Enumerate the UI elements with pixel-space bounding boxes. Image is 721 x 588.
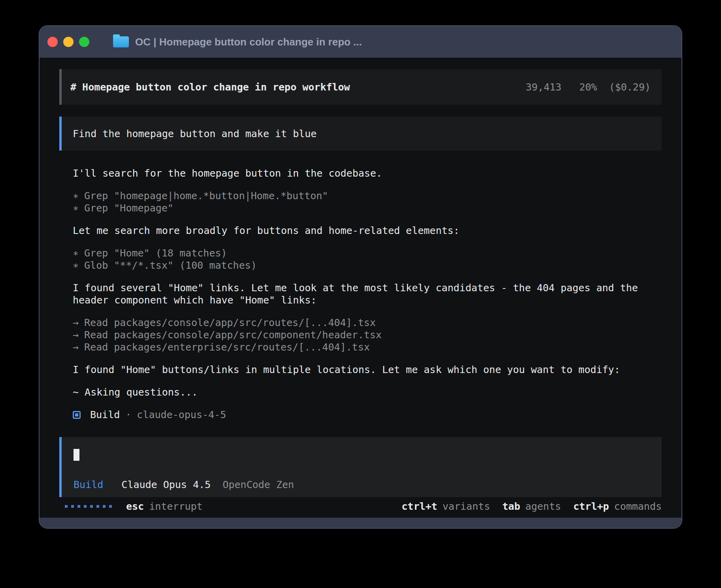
input-meta-bar: Build Claude Opus 4.5 OpenCode Zen bbox=[74, 479, 651, 491]
assistant-paragraph: Let me search more broadly for buttons a… bbox=[73, 224, 650, 237]
session-title: # Homepage button color change in repo w… bbox=[70, 81, 350, 93]
token-count: 39,413 bbox=[526, 81, 561, 93]
session-cost: ($0.29) bbox=[609, 81, 651, 93]
tool-call-read: →Read packages/enterprise/src/routes/[..… bbox=[73, 341, 662, 353]
text-cursor bbox=[74, 449, 79, 461]
agents-hint: tabagents bbox=[502, 501, 561, 512]
tool-call-grep: ∗Grep "homepage|home.*button|Home.*butto… bbox=[73, 190, 662, 202]
tool-call-glob: ∗Glob "**/*.tsx" (100 matches) bbox=[73, 259, 662, 271]
assistant-paragraph: I found "Home" buttons/links in multiple… bbox=[73, 364, 650, 376]
tool-call-read: →Read packages/console/app/src/component… bbox=[73, 329, 662, 341]
tool-call-group: ∗Grep "homepage|home.*button|Home.*butto… bbox=[73, 190, 662, 214]
separator-dot: · bbox=[125, 409, 131, 421]
tool-marker-icon: ∗ bbox=[73, 259, 79, 271]
agent-name: Build bbox=[90, 409, 120, 421]
user-message: Find the homepage button and make it blu… bbox=[59, 117, 662, 151]
agent-status-line: Build · claude-opus-4-5 bbox=[73, 409, 662, 421]
window-title: OC | Homepage button color change in rep… bbox=[135, 36, 362, 48]
tool-marker-icon: ∗ bbox=[73, 202, 79, 214]
agent-build-icon bbox=[73, 411, 81, 419]
tool-call-group: →Read packages/console/app/src/routes/[.… bbox=[73, 317, 662, 353]
assistant-paragraph: I'll search for the homepage button in t… bbox=[73, 167, 650, 179]
arrow-icon: → bbox=[73, 341, 79, 353]
zoom-button[interactable] bbox=[79, 37, 89, 47]
session-stats: 39,413 20% ($0.29) bbox=[526, 81, 651, 93]
close-button[interactable] bbox=[47, 37, 58, 47]
session-content: # Homepage button color change in repo w… bbox=[40, 58, 681, 518]
folder-icon bbox=[113, 36, 129, 47]
tool-call-text: Read packages/console/app/src/component/… bbox=[84, 329, 382, 341]
tool-call-grep: ∗Grep "Homepage" bbox=[73, 202, 662, 214]
variants-hint: ctrl+tvariants bbox=[402, 501, 490, 512]
shortcut-hints: ctrl+tvariants tabagents ctrl+pcommands bbox=[402, 501, 662, 512]
tool-call-text: Glob "**/*.tsx" (100 matches) bbox=[84, 260, 257, 271]
interrupt-hint: escinterrupt bbox=[126, 501, 203, 512]
arrow-icon: → bbox=[73, 317, 79, 329]
window-footer bbox=[40, 518, 681, 528]
tool-call-read: →Read packages/console/app/src/routes/[.… bbox=[73, 317, 662, 329]
tool-marker-icon: ∗ bbox=[73, 247, 79, 259]
esc-key-hint: esc bbox=[126, 501, 144, 512]
assistant-transcript: I'll search for the homepage button in t… bbox=[59, 167, 662, 421]
status-bar: escinterrupt ctrl+tvariants tabagents ct… bbox=[59, 500, 662, 512]
tool-call-text: Read packages/enterprise/src/routes/[...… bbox=[84, 341, 370, 353]
tool-call-grep: ∗Grep "Home" (18 matches) bbox=[73, 247, 662, 259]
input-model-label[interactable]: Claude Opus 4.5 bbox=[121, 479, 211, 490]
tool-call-text: Grep "Homepage" bbox=[84, 202, 174, 214]
session-header: # Homepage button color change in repo w… bbox=[59, 69, 662, 105]
tool-marker-icon: ∗ bbox=[73, 190, 79, 202]
title-bar[interactable]: OC | Homepage button color change in rep… bbox=[40, 26, 681, 58]
commands-hint: ctrl+pcommands bbox=[573, 501, 662, 512]
interrupt-label: interrupt bbox=[149, 501, 202, 512]
user-message-text: Find the homepage button and make it blu… bbox=[73, 128, 317, 139]
arrow-icon: → bbox=[73, 329, 79, 341]
tool-call-text: Grep "Home" (18 matches) bbox=[84, 247, 227, 259]
tool-call-text: Grep "homepage|home.*button|Home.*button… bbox=[84, 190, 328, 202]
input-provider-label: OpenCode Zen bbox=[223, 479, 294, 490]
context-percent: 20% bbox=[579, 81, 597, 93]
activity-status: ~ Asking questions... bbox=[73, 386, 662, 398]
tool-call-text: Read packages/console/app/src/routes/[..… bbox=[84, 317, 376, 328]
assistant-paragraph: I found several "Home" links. Let me loo… bbox=[73, 282, 650, 306]
minimize-button[interactable] bbox=[63, 37, 74, 47]
input-agent-label[interactable]: Build bbox=[74, 479, 103, 490]
tool-call-group: ∗Grep "Home" (18 matches) ∗Glob "**/*.ts… bbox=[73, 247, 662, 271]
agent-model: claude-opus-4-5 bbox=[137, 409, 226, 421]
spinner-dots-icon bbox=[65, 505, 112, 508]
prompt-input[interactable]: Build Claude Opus 4.5 OpenCode Zen bbox=[59, 437, 662, 497]
terminal-window: OC | Homepage button color change in rep… bbox=[39, 25, 682, 529]
